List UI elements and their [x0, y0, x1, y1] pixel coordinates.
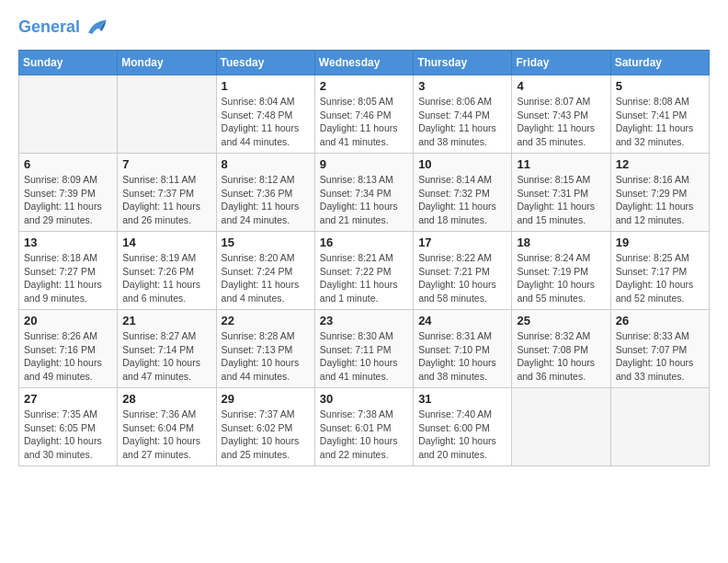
calendar-cell: 7Sunrise: 8:11 AMSunset: 7:37 PMDaylight… — [118, 154, 216, 232]
day-header-friday: Friday — [512, 51, 610, 75]
cell-info: Sunrise: 8:15 AMSunset: 7:31 PMDaylight:… — [517, 173, 605, 227]
calendar-cell: 11Sunrise: 8:15 AMSunset: 7:31 PMDayligh… — [512, 154, 610, 232]
cell-info: Sunrise: 8:26 AMSunset: 7:16 PMDaylight:… — [24, 329, 112, 384]
cell-info: Sunrise: 8:31 AMSunset: 7:10 PMDaylight:… — [418, 329, 506, 384]
calendar-cell — [610, 388, 709, 466]
calendar-cell: 13Sunrise: 8:18 AMSunset: 7:27 PMDayligh… — [19, 232, 118, 310]
cell-info: Sunrise: 8:25 AMSunset: 7:17 PMDaylight:… — [616, 251, 704, 305]
cell-day-number: 23 — [320, 314, 408, 327]
calendar-cell: 31Sunrise: 7:40 AMSunset: 6:00 PMDayligh… — [414, 388, 512, 466]
calendar-cell: 20Sunrise: 8:26 AMSunset: 7:16 PMDayligh… — [19, 310, 118, 388]
cell-day-number: 27 — [24, 392, 112, 406]
logo: General — [18, 15, 108, 40]
cell-info: Sunrise: 8:04 AMSunset: 7:48 PMDaylight:… — [222, 95, 310, 149]
cell-info: Sunrise: 8:14 AMSunset: 7:32 PMDaylight:… — [418, 173, 506, 227]
logo-bird-icon — [82, 15, 108, 40]
calendar-body: 1Sunrise: 8:04 AMSunset: 7:48 PMDaylight… — [19, 75, 710, 466]
cell-info: Sunrise: 8:06 AMSunset: 7:44 PMDaylight:… — [418, 95, 506, 149]
cell-info: Sunrise: 8:24 AMSunset: 7:19 PMDaylight:… — [517, 251, 605, 305]
cell-day-number: 15 — [222, 236, 310, 249]
cell-info: Sunrise: 7:38 AMSunset: 6:01 PMDaylight:… — [320, 408, 408, 462]
cell-day-number: 19 — [616, 236, 704, 249]
cell-info: Sunrise: 8:28 AMSunset: 7:13 PMDaylight:… — [222, 329, 310, 384]
calendar-cell: 18Sunrise: 8:24 AMSunset: 7:19 PMDayligh… — [512, 232, 610, 310]
calendar-cell: 5Sunrise: 8:08 AMSunset: 7:41 PMDaylight… — [610, 75, 709, 154]
cell-info: Sunrise: 8:12 AMSunset: 7:36 PMDaylight:… — [222, 173, 310, 227]
cell-day-number: 8 — [222, 157, 310, 171]
cell-info: Sunrise: 8:30 AMSunset: 7:11 PMDaylight:… — [320, 329, 408, 384]
cell-day-number: 7 — [122, 157, 210, 171]
cell-info: Sunrise: 7:40 AMSunset: 6:00 PMDaylight:… — [418, 408, 506, 462]
cell-day-number: 30 — [320, 392, 408, 406]
calendar: SundayMondayTuesdayWednesdayThursdayFrid… — [18, 50, 710, 466]
cell-info: Sunrise: 8:18 AMSunset: 7:27 PMDaylight:… — [24, 251, 112, 305]
cell-day-number: 1 — [222, 79, 310, 93]
cell-info: Sunrise: 8:20 AMSunset: 7:24 PMDaylight:… — [222, 251, 310, 305]
day-header-saturday: Saturday — [610, 51, 709, 75]
cell-info: Sunrise: 8:32 AMSunset: 7:08 PMDaylight:… — [517, 329, 605, 384]
calendar-cell: 4Sunrise: 8:07 AMSunset: 7:43 PMDaylight… — [512, 75, 610, 154]
day-header-thursday: Thursday — [414, 51, 512, 75]
calendar-cell: 9Sunrise: 8:13 AMSunset: 7:34 PMDaylight… — [314, 154, 413, 232]
cell-info: Sunrise: 8:27 AMSunset: 7:14 PMDaylight:… — [122, 329, 210, 384]
cell-day-number: 6 — [24, 157, 112, 171]
cell-day-number: 2 — [320, 79, 408, 93]
cell-day-number: 29 — [222, 392, 310, 406]
cell-info: Sunrise: 8:05 AMSunset: 7:46 PMDaylight:… — [320, 95, 408, 149]
cell-info: Sunrise: 8:09 AMSunset: 7:39 PMDaylight:… — [24, 173, 112, 227]
calendar-cell: 10Sunrise: 8:14 AMSunset: 7:32 PMDayligh… — [414, 154, 512, 232]
calendar-cell: 25Sunrise: 8:32 AMSunset: 7:08 PMDayligh… — [512, 310, 610, 388]
week-row-5: 27Sunrise: 7:35 AMSunset: 6:05 PMDayligh… — [19, 388, 710, 466]
cell-info: Sunrise: 8:08 AMSunset: 7:41 PMDaylight:… — [616, 95, 704, 149]
calendar-cell: 21Sunrise: 8:27 AMSunset: 7:14 PMDayligh… — [118, 310, 216, 388]
cell-day-number: 25 — [517, 314, 605, 327]
cell-day-number: 12 — [616, 157, 704, 171]
cell-day-number: 11 — [517, 157, 605, 171]
cell-day-number: 20 — [24, 314, 112, 327]
cell-info: Sunrise: 8:22 AMSunset: 7:21 PMDaylight:… — [418, 251, 506, 305]
calendar-cell: 16Sunrise: 8:21 AMSunset: 7:22 PMDayligh… — [314, 232, 413, 310]
cell-day-number: 10 — [418, 157, 506, 171]
cell-day-number: 24 — [418, 314, 506, 327]
calendar-cell — [118, 75, 216, 154]
cell-info: Sunrise: 8:33 AMSunset: 7:07 PMDaylight:… — [616, 329, 704, 384]
day-header-sunday: Sunday — [19, 51, 118, 75]
cell-day-number: 14 — [122, 236, 210, 249]
cell-day-number: 13 — [24, 236, 112, 249]
cell-info: Sunrise: 8:16 AMSunset: 7:29 PMDaylight:… — [616, 173, 704, 227]
cell-day-number: 3 — [418, 79, 506, 93]
cell-info: Sunrise: 7:35 AMSunset: 6:05 PMDaylight:… — [24, 408, 112, 462]
calendar-cell: 29Sunrise: 7:37 AMSunset: 6:02 PMDayligh… — [216, 388, 314, 466]
calendar-cell: 23Sunrise: 8:30 AMSunset: 7:11 PMDayligh… — [314, 310, 413, 388]
calendar-cell: 27Sunrise: 7:35 AMSunset: 6:05 PMDayligh… — [19, 388, 118, 466]
cell-info: Sunrise: 8:21 AMSunset: 7:22 PMDaylight:… — [320, 251, 408, 305]
calendar-cell: 14Sunrise: 8:19 AMSunset: 7:26 PMDayligh… — [118, 232, 216, 310]
page: General SundayMondayTuesdayWednesdayThur… — [0, 0, 728, 481]
calendar-cell: 15Sunrise: 8:20 AMSunset: 7:24 PMDayligh… — [216, 232, 314, 310]
header-row: SundayMondayTuesdayWednesdayThursdayFrid… — [19, 51, 710, 75]
cell-info: Sunrise: 7:36 AMSunset: 6:04 PMDaylight:… — [122, 408, 210, 462]
calendar-cell: 22Sunrise: 8:28 AMSunset: 7:13 PMDayligh… — [216, 310, 314, 388]
calendar-header: SundayMondayTuesdayWednesdayThursdayFrid… — [19, 51, 710, 75]
week-row-4: 20Sunrise: 8:26 AMSunset: 7:16 PMDayligh… — [19, 310, 710, 388]
cell-day-number: 26 — [616, 314, 704, 327]
cell-day-number: 18 — [517, 236, 605, 249]
cell-day-number: 4 — [517, 79, 605, 93]
header: General — [18, 15, 710, 40]
cell-day-number: 16 — [320, 236, 408, 249]
cell-info: Sunrise: 8:07 AMSunset: 7:43 PMDaylight:… — [517, 95, 605, 149]
cell-day-number: 9 — [320, 157, 408, 171]
calendar-cell — [19, 75, 118, 154]
cell-day-number: 28 — [122, 392, 210, 406]
calendar-cell: 8Sunrise: 8:12 AMSunset: 7:36 PMDaylight… — [216, 154, 314, 232]
week-row-1: 1Sunrise: 8:04 AMSunset: 7:48 PMDaylight… — [19, 75, 710, 154]
calendar-cell: 1Sunrise: 8:04 AMSunset: 7:48 PMDaylight… — [216, 75, 314, 154]
calendar-cell: 26Sunrise: 8:33 AMSunset: 7:07 PMDayligh… — [610, 310, 709, 388]
day-header-wednesday: Wednesday — [314, 51, 413, 75]
calendar-cell: 3Sunrise: 8:06 AMSunset: 7:44 PMDaylight… — [414, 75, 512, 154]
calendar-cell: 12Sunrise: 8:16 AMSunset: 7:29 PMDayligh… — [610, 154, 709, 232]
calendar-cell: 30Sunrise: 7:38 AMSunset: 6:01 PMDayligh… — [314, 388, 413, 466]
cell-day-number: 21 — [122, 314, 210, 327]
day-header-tuesday: Tuesday — [216, 51, 314, 75]
week-row-3: 13Sunrise: 8:18 AMSunset: 7:27 PMDayligh… — [19, 232, 710, 310]
